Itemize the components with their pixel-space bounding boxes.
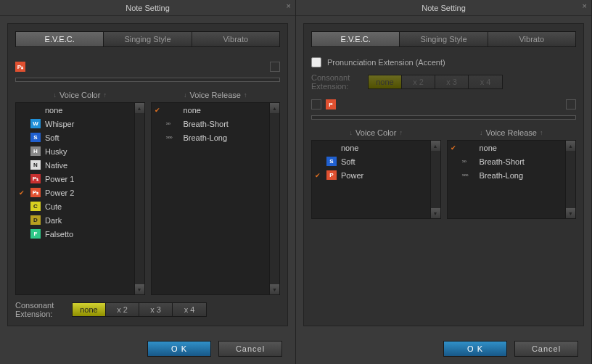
item-label: Breath-Short <box>184 120 229 128</box>
color-indicator-row: P₂ <box>15 62 280 72</box>
item-label: Soft <box>341 157 355 166</box>
tab-vibrato[interactable]: Vibrato <box>192 32 279 46</box>
note-setting-window-left: Note Setting × E.V.E.C. Singing Style Vi… <box>0 0 296 364</box>
list-item[interactable]: none <box>16 103 134 117</box>
item-label: none <box>45 106 62 115</box>
breath-arrows-icon: »» <box>166 120 179 127</box>
scrollbar[interactable]: ▲ ▼ <box>430 141 440 218</box>
color-indicator-row: P <box>311 99 576 109</box>
item-label: Breath-Long <box>184 133 228 142</box>
cancel-button[interactable]: Cancel <box>514 341 578 357</box>
list-item[interactable]: none <box>312 141 430 154</box>
item-label: Power 2 <box>45 189 74 197</box>
ext-x3[interactable]: x 3 <box>139 303 173 316</box>
scroll-down-icon[interactable]: ▼ <box>135 284 144 294</box>
tab-singing-style[interactable]: Singing Style <box>104 32 192 46</box>
item-label: Power 1 <box>45 175 74 183</box>
tab-evec[interactable]: E.V.E.C. <box>16 32 104 46</box>
item-label: none <box>184 106 201 115</box>
list-item[interactable]: DDark <box>16 213 134 227</box>
close-icon[interactable]: × <box>287 1 291 10</box>
list-item[interactable]: FFalsetto <box>16 227 134 241</box>
tab-evec[interactable]: E.V.E.C. <box>312 32 400 46</box>
range-slider[interactable] <box>15 78 280 82</box>
voice-color-list: noneSSoft✔PPower ▲ ▼ <box>311 140 441 219</box>
list-item[interactable]: P₁Power 1 <box>16 172 134 186</box>
scroll-up-icon[interactable]: ▲ <box>566 141 575 151</box>
tab-bar: E.V.E.C. Singing Style Vibrato <box>311 31 576 47</box>
item-label: Cute <box>45 202 62 211</box>
accent-label: Pronunciation Extension (Accent) <box>327 58 445 67</box>
voice-release-list: ✔none»»Breath-Short»»»Breath-Long ▲ ▼ <box>447 140 577 219</box>
chevron-down-icon: ↓ <box>350 129 353 136</box>
ok-button[interactable]: O K <box>443 341 507 357</box>
voice-color-list: noneWWhisperSSoftHHuskyNNativeP₁Power 1✔… <box>15 102 145 295</box>
list-item[interactable]: ✔none <box>152 103 270 117</box>
scroll-up-icon[interactable]: ▲ <box>431 141 440 151</box>
slider-row <box>311 115 576 120</box>
ext-segmented: none x 2 x 3 x 4 <box>72 302 207 317</box>
slider-row <box>15 78 280 82</box>
list-item[interactable]: »»Breath-Short <box>448 154 566 168</box>
item-label: Whisper <box>45 120 74 128</box>
ext-x3[interactable]: x 3 <box>435 75 469 88</box>
scrollbar[interactable]: ▲ ▼ <box>565 141 575 218</box>
scroll-down-icon[interactable]: ▼ <box>566 208 575 218</box>
panels: ↓ Voice Color ↑ noneSSoft✔PPower ▲ ▼ ↓ V… <box>311 125 576 219</box>
range-slider[interactable] <box>311 115 576 120</box>
scroll-up-icon[interactable]: ▲ <box>135 103 144 113</box>
ext-x2[interactable]: x 2 <box>402 75 435 88</box>
chevron-up-icon: ↑ <box>103 91 107 99</box>
breath-arrows-icon: »» <box>462 158 475 165</box>
accent-checkbox[interactable] <box>311 57 321 67</box>
scroll-down-icon[interactable]: ▼ <box>270 284 279 294</box>
list-item[interactable]: NNative <box>16 158 134 172</box>
ext-none[interactable]: none <box>369 75 402 88</box>
ext-x4[interactable]: x 4 <box>469 75 502 88</box>
item-label: Native <box>45 161 67 170</box>
ok-button[interactable]: O K <box>147 341 211 357</box>
list-item[interactable]: SSoft <box>16 131 134 144</box>
current-color-chip: P₂ <box>15 62 25 72</box>
close-icon[interactable]: × <box>583 1 587 10</box>
scrollbar[interactable]: ▲ ▼ <box>134 103 144 294</box>
list-item[interactable]: CCute <box>16 199 134 213</box>
list-item[interactable]: SSoft <box>312 154 430 168</box>
item-label: Soft <box>45 133 59 142</box>
tab-vibrato[interactable]: Vibrato <box>488 32 575 46</box>
ext-label: Consonant Extension: <box>311 73 361 91</box>
list-item[interactable]: ✔PPower <box>312 168 430 182</box>
cancel-button[interactable]: Cancel <box>218 341 282 357</box>
color-chip: P₂ <box>30 188 41 197</box>
titlebar: Note Setting × <box>296 0 591 16</box>
voice-release-header: ↓ Voice Release ↑ <box>447 125 577 140</box>
scrollbar[interactable]: ▲ ▼ <box>269 103 279 294</box>
chevron-up-icon: ↑ <box>540 129 543 136</box>
item-label: Husky <box>45 147 67 156</box>
ext-segmented: none x 2 x 3 x 4 <box>368 75 503 89</box>
list-item[interactable]: ✔none <box>448 141 566 154</box>
list-item[interactable]: »»»Breath-Long <box>152 131 270 144</box>
color-chip: S <box>30 133 41 142</box>
chevron-up-icon: ↑ <box>399 129 403 136</box>
scroll-up-icon[interactable]: ▲ <box>270 103 279 113</box>
scroll-down-icon[interactable]: ▼ <box>431 208 440 218</box>
ext-none[interactable]: none <box>73 303 106 316</box>
list-item[interactable]: ✔P₂Power 2 <box>16 186 134 199</box>
consonant-extension-row: Consonant Extension: none x 2 x 3 x 4 <box>15 301 280 318</box>
list-item[interactable]: »»»Breath-Long <box>448 168 566 182</box>
check-icon: ✔ <box>19 189 26 197</box>
ext-x4[interactable]: x 4 <box>173 303 206 316</box>
voice-color-header: ↓ Voice Color ↑ <box>15 88 145 102</box>
window-body: E.V.E.C. Singing Style Vibrato Pronuncia… <box>303 23 584 326</box>
voice-release-header: ↓ Voice Release ↑ <box>151 88 281 102</box>
window-title: Note Setting <box>126 4 170 12</box>
list-item[interactable]: WWhisper <box>16 117 134 131</box>
tab-singing-style[interactable]: Singing Style <box>400 32 488 46</box>
tab-bar: E.V.E.C. Singing Style Vibrato <box>15 31 280 47</box>
list-item[interactable]: »»Breath-Short <box>152 117 270 131</box>
list-item[interactable]: HHusky <box>16 144 134 158</box>
consonant-extension-row: Consonant Extension: none x 2 x 3 x 4 <box>311 73 576 91</box>
ext-x2[interactable]: x 2 <box>106 303 139 316</box>
item-label: Breath-Long <box>480 171 524 180</box>
